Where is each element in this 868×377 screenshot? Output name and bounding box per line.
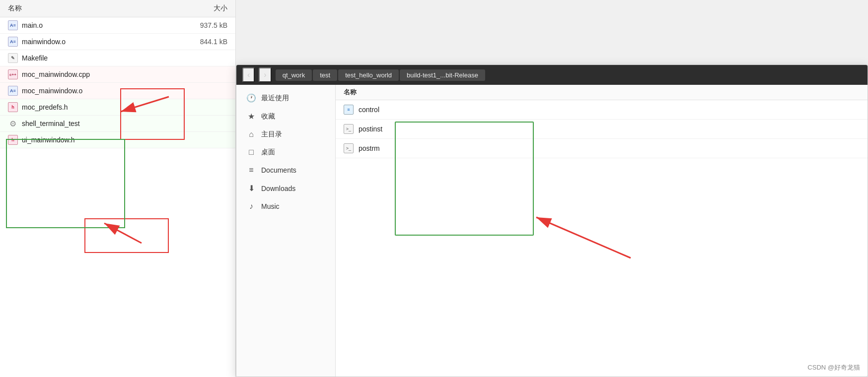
file-size: 844.1 kB <box>200 38 227 46</box>
left-file-panel: 名称 大小 A≡ main.o 937.5 kB A≡ mainwindow.o… <box>0 0 236 377</box>
fm-file-name: control <box>359 106 379 114</box>
fm-file-name: postrm <box>359 144 380 152</box>
sidebar-item-music[interactable]: ♪ Music <box>236 197 335 215</box>
music-icon: ♪ <box>246 202 256 211</box>
doc-file-icon: ≡ <box>344 105 354 115</box>
downloads-icon: ⬇ <box>246 184 256 193</box>
breadcrumb-qt-work[interactable]: qt_work <box>276 69 312 81</box>
sidebar-item-desktop[interactable]: □ 桌面 <box>236 143 335 161</box>
home-icon: ⌂ <box>246 130 256 139</box>
file-item-moc-o[interactable]: A≡ moc_mainwindow.o <box>0 83 235 99</box>
watermark: CSDN @好奇龙猫 <box>807 363 860 372</box>
header-name-label: 名称 <box>8 4 22 13</box>
breadcrumb-test-hello-world[interactable]: test_hello_world <box>338 69 399 81</box>
fm-file-control[interactable]: ≡ control <box>336 100 868 120</box>
fm-file-area: 名称 ≡ control >_ postinst >_ postrm <box>336 85 868 377</box>
text-file-icon: A≡ <box>8 37 18 47</box>
gear-icon: ⚙ <box>8 119 18 128</box>
cpp-icon: c++ <box>8 69 18 79</box>
header-size-label: 大小 <box>214 4 227 13</box>
file-size: 937.5 kB <box>200 21 227 29</box>
fm-content: 🕐 最近使用 ★ 收藏 ⌂ 主目录 □ 桌面 ≡ Documents ⬇ Dow… <box>236 85 868 377</box>
file-manager-window: ‹ › qt_work test test_hello_world build-… <box>236 64 868 377</box>
sidebar-item-documents[interactable]: ≡ Documents <box>236 161 335 179</box>
fm-forward-button[interactable]: › <box>259 67 271 82</box>
fm-file-postrm[interactable]: >_ postrm <box>336 139 868 158</box>
sidebar-label-desktop: 桌面 <box>261 148 275 157</box>
breadcrumb-test[interactable]: test <box>313 69 337 81</box>
file-name: Makefile <box>22 54 48 62</box>
clock-icon: 🕐 <box>246 93 256 103</box>
text-file-icon: A≡ <box>8 86 18 96</box>
sidebar-label-documents: Documents <box>261 166 296 174</box>
sidebar-item-home[interactable]: ⌂ 主目录 <box>236 126 335 143</box>
file-name: mainwindow.o <box>22 38 66 46</box>
script-file-icon: >_ <box>344 124 354 134</box>
makefile-icon: ✎ <box>8 53 18 63</box>
file-name: shell_terminal_test <box>22 120 80 127</box>
file-name: main.o <box>22 21 43 29</box>
sidebar-label-downloads: Downloads <box>261 185 295 192</box>
documents-icon: ≡ <box>246 166 256 175</box>
file-item-moc-predefs[interactable]: h moc_predefs.h <box>0 99 235 116</box>
fm-file-list-header: 名称 <box>336 85 868 100</box>
fm-back-button[interactable]: ‹ <box>242 67 255 82</box>
file-item-makefile[interactable]: ✎ Makefile <box>0 50 235 66</box>
star-icon: ★ <box>246 112 256 121</box>
file-item-main-o[interactable]: A≡ main.o 937.5 kB <box>0 17 235 34</box>
file-name: moc_mainwindow.cpp <box>22 70 90 78</box>
left-file-header: 名称 大小 <box>0 0 235 17</box>
file-name: moc_mainwindow.o <box>22 87 82 95</box>
h-icon: h <box>8 102 18 112</box>
sidebar-label-favorites: 收藏 <box>261 112 275 121</box>
text-file-icon: A≡ <box>8 20 18 30</box>
file-item-shell-terminal[interactable]: ⚙ shell_terminal_test <box>0 116 235 132</box>
fm-file-name: postinst <box>359 125 382 133</box>
sidebar-item-favorites[interactable]: ★ 收藏 <box>236 107 335 126</box>
desktop-icon: □ <box>246 148 256 157</box>
fm-file-postinst[interactable]: >_ postinst <box>336 120 868 139</box>
breadcrumb-build-test[interactable]: build-test1_...bit-Release <box>400 69 485 81</box>
file-name: moc_predefs.h <box>22 103 68 111</box>
script-file-icon: >_ <box>344 143 354 153</box>
fm-titlebar: ‹ › qt_work test test_hello_world build-… <box>236 65 868 85</box>
sidebar-label-music: Music <box>261 202 280 210</box>
sidebar-label-home: 主目录 <box>261 130 282 139</box>
file-item-ui-mainwindow[interactable]: h ui_mainwindow.h <box>0 132 235 148</box>
file-name: ui_mainwindow.h <box>22 136 75 144</box>
file-item-mainwindow-o[interactable]: A≡ mainwindow.o 844.1 kB <box>0 34 235 50</box>
fm-sidebar: 🕐 最近使用 ★ 收藏 ⌂ 主目录 □ 桌面 ≡ Documents ⬇ Dow… <box>236 85 336 377</box>
file-item-moc-cpp[interactable]: c++ moc_mainwindow.cpp <box>0 66 235 83</box>
sidebar-item-recent[interactable]: 🕐 最近使用 <box>236 89 335 107</box>
fm-breadcrumb: qt_work test test_hello_world build-test… <box>276 69 485 81</box>
sidebar-item-downloads[interactable]: ⬇ Downloads <box>236 179 335 197</box>
sidebar-label-recent: 最近使用 <box>261 94 289 103</box>
h-icon: h <box>8 135 18 145</box>
